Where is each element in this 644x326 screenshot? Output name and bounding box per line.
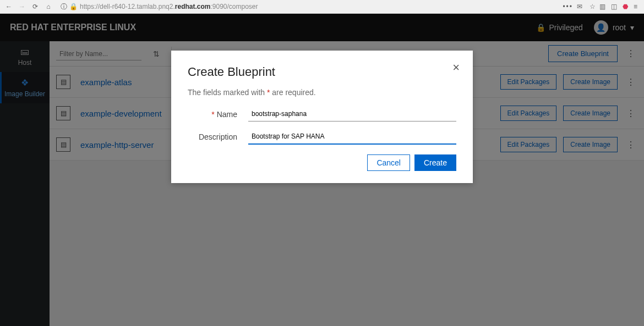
modal-overlay[interactable]: Create Blueprint × The fields marked wit… bbox=[0, 14, 644, 326]
cancel-button[interactable]: Cancel bbox=[367, 154, 410, 171]
helper-text-b: are required. bbox=[270, 88, 315, 97]
page-actions-icon[interactable]: ••• bbox=[563, 3, 573, 10]
url-prefix: https://dell-r640-12.tamlab.pnq2. bbox=[80, 3, 175, 10]
description-label: Description bbox=[188, 132, 248, 141]
library-icon[interactable]: ▥ bbox=[599, 3, 605, 10]
create-button[interactable]: Create bbox=[414, 154, 456, 171]
helper-text-a: The fields marked with bbox=[188, 88, 267, 97]
name-label-text: Name bbox=[217, 110, 237, 119]
bookmark-icon[interactable]: ☆ bbox=[587, 1, 598, 12]
url-host: redhat.com bbox=[175, 3, 211, 10]
name-input[interactable] bbox=[248, 107, 456, 121]
close-icon[interactable]: × bbox=[452, 60, 460, 75]
menu-icon[interactable]: ≡ bbox=[634, 3, 637, 10]
lock-icon: 🔒 bbox=[69, 3, 78, 10]
info-icon: ⓘ bbox=[61, 2, 67, 12]
reader-icon[interactable]: ✉ bbox=[574, 1, 585, 12]
extension-icon[interactable]: ⬣ bbox=[623, 3, 628, 10]
description-input[interactable] bbox=[248, 129, 456, 145]
sidebar-icon[interactable]: ◫ bbox=[611, 3, 617, 10]
description-label-text: Description bbox=[199, 132, 237, 141]
url-bar[interactable]: ⓘ 🔒 https://dell-r640-12.tamlab.pnq2.red… bbox=[61, 2, 557, 12]
create-blueprint-modal: Create Blueprint × The fields marked wit… bbox=[171, 51, 473, 183]
modal-helper: The fields marked with * are required. bbox=[188, 88, 456, 97]
forward-button[interactable]: → bbox=[17, 1, 28, 12]
required-asterisk: * bbox=[211, 110, 214, 119]
modal-title: Create Blueprint bbox=[188, 65, 456, 79]
url-suffix: :9090/composer bbox=[210, 3, 258, 10]
back-button[interactable]: ← bbox=[3, 1, 14, 12]
browser-toolbar: ← → ⟳ ⌂ ⓘ 🔒 https://dell-r640-12.tamlab.… bbox=[0, 0, 644, 14]
reload-button[interactable]: ⟳ bbox=[30, 1, 41, 12]
name-label: * Name bbox=[188, 110, 248, 119]
home-button[interactable]: ⌂ bbox=[43, 1, 54, 12]
